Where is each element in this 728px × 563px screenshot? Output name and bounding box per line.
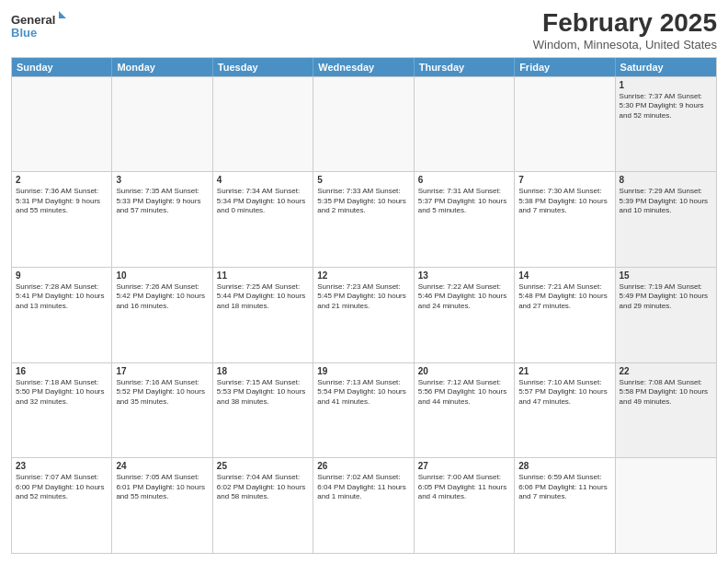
calendar-cell: 21Sunrise: 7:10 AM Sunset: 5:57 PM Dayli… xyxy=(515,363,615,458)
day-info: Sunrise: 7:26 AM Sunset: 5:42 PM Dayligh… xyxy=(116,282,208,311)
day-info: Sunrise: 7:21 AM Sunset: 5:48 PM Dayligh… xyxy=(518,282,610,311)
calendar-cell: 24Sunrise: 7:05 AM Sunset: 6:01 PM Dayli… xyxy=(112,458,212,553)
calendar-cell: 1Sunrise: 7:37 AM Sunset: 5:30 PM Daylig… xyxy=(616,77,716,172)
calendar-cell: 20Sunrise: 7:12 AM Sunset: 5:56 PM Dayli… xyxy=(415,363,515,458)
calendar-cell: 11Sunrise: 7:25 AM Sunset: 5:44 PM Dayli… xyxy=(213,268,313,362)
weekday-header-friday: Friday xyxy=(515,58,615,76)
calendar-cell: 6Sunrise: 7:31 AM Sunset: 5:37 PM Daylig… xyxy=(415,172,515,267)
day-number: 3 xyxy=(116,175,208,185)
calendar-cell xyxy=(12,77,112,172)
calendar-cell: 26Sunrise: 7:02 AM Sunset: 6:04 PM Dayli… xyxy=(313,458,414,553)
calendar-row-4: 23Sunrise: 7:07 AM Sunset: 6:00 PM Dayli… xyxy=(12,457,716,553)
day-number: 2 xyxy=(16,175,108,185)
weekday-header-sunday: Sunday xyxy=(12,58,112,76)
day-number: 1 xyxy=(620,80,712,90)
day-info: Sunrise: 7:13 AM Sunset: 5:54 PM Dayligh… xyxy=(317,378,409,407)
calendar-cell: 15Sunrise: 7:19 AM Sunset: 5:49 PM Dayli… xyxy=(616,268,716,362)
calendar-cell: 22Sunrise: 7:08 AM Sunset: 5:58 PM Dayli… xyxy=(616,363,716,458)
day-number: 10 xyxy=(116,270,208,281)
day-number: 28 xyxy=(518,461,610,471)
calendar-cell: 10Sunrise: 7:26 AM Sunset: 5:42 PM Dayli… xyxy=(112,268,212,362)
weekday-header-wednesday: Wednesday xyxy=(313,58,414,76)
day-number: 23 xyxy=(16,461,108,471)
calendar-body: 1Sunrise: 7:37 AM Sunset: 5:30 PM Daylig… xyxy=(12,76,716,553)
day-number: 19 xyxy=(317,366,409,376)
calendar-row-3: 16Sunrise: 7:18 AM Sunset: 5:50 PM Dayli… xyxy=(12,362,716,458)
calendar-cell: 14Sunrise: 7:21 AM Sunset: 5:48 PM Dayli… xyxy=(515,268,615,362)
day-number: 7 xyxy=(518,175,610,185)
day-info: Sunrise: 7:04 AM Sunset: 6:02 PM Dayligh… xyxy=(217,473,309,501)
day-number: 16 xyxy=(16,366,108,376)
day-info: Sunrise: 7:33 AM Sunset: 5:35 PM Dayligh… xyxy=(317,187,409,215)
svg-text:General: General xyxy=(11,13,55,27)
calendar-cell: 13Sunrise: 7:22 AM Sunset: 5:46 PM Dayli… xyxy=(415,268,515,362)
calendar-cell: 17Sunrise: 7:16 AM Sunset: 5:52 PM Dayli… xyxy=(112,363,212,458)
day-info: Sunrise: 7:12 AM Sunset: 5:56 PM Dayligh… xyxy=(418,378,510,407)
day-info: Sunrise: 7:00 AM Sunset: 6:05 PM Dayligh… xyxy=(418,473,510,501)
day-info: Sunrise: 7:15 AM Sunset: 5:53 PM Dayligh… xyxy=(217,378,309,407)
day-info: Sunrise: 7:37 AM Sunset: 5:30 PM Dayligh… xyxy=(620,92,712,121)
page: General Blue February 2025 Windom, Minne… xyxy=(0,0,728,563)
weekday-header-tuesday: Tuesday xyxy=(213,58,313,76)
calendar-cell: 4Sunrise: 7:34 AM Sunset: 5:34 PM Daylig… xyxy=(213,172,313,267)
day-info: Sunrise: 7:19 AM Sunset: 5:49 PM Dayligh… xyxy=(620,282,712,311)
day-info: Sunrise: 7:35 AM Sunset: 5:33 PM Dayligh… xyxy=(116,187,208,215)
calendar-cell: 23Sunrise: 7:07 AM Sunset: 6:00 PM Dayli… xyxy=(12,458,112,553)
day-number: 24 xyxy=(116,461,208,471)
calendar-cell xyxy=(415,77,515,172)
svg-text:Blue: Blue xyxy=(11,26,37,40)
day-number: 11 xyxy=(217,270,309,281)
weekday-header-monday: Monday xyxy=(112,58,212,76)
calendar-cell: 16Sunrise: 7:18 AM Sunset: 5:50 PM Dayli… xyxy=(12,363,112,458)
calendar-cell: 7Sunrise: 7:30 AM Sunset: 5:38 PM Daylig… xyxy=(515,172,615,267)
calendar-cell: 25Sunrise: 7:04 AM Sunset: 6:02 PM Dayli… xyxy=(213,458,313,553)
day-number: 4 xyxy=(217,175,309,185)
calendar-cell: 5Sunrise: 7:33 AM Sunset: 5:35 PM Daylig… xyxy=(313,172,414,267)
calendar-row-0: 1Sunrise: 7:37 AM Sunset: 5:30 PM Daylig… xyxy=(12,76,716,172)
day-number: 27 xyxy=(418,461,510,471)
logo-svg: General Blue xyxy=(11,9,66,42)
weekday-header-saturday: Saturday xyxy=(616,58,716,76)
day-number: 8 xyxy=(620,175,712,185)
day-number: 15 xyxy=(620,270,712,281)
calendar-cell: 28Sunrise: 6:59 AM Sunset: 6:06 PM Dayli… xyxy=(515,458,615,553)
day-number: 13 xyxy=(418,270,510,281)
day-number: 17 xyxy=(116,366,208,376)
calendar-cell xyxy=(213,77,313,172)
day-number: 18 xyxy=(217,366,309,376)
day-info: Sunrise: 7:18 AM Sunset: 5:50 PM Dayligh… xyxy=(16,378,108,407)
day-number: 6 xyxy=(418,175,510,185)
calendar-header: SundayMondayTuesdayWednesdayThursdayFrid… xyxy=(12,58,716,76)
day-info: Sunrise: 7:10 AM Sunset: 5:57 PM Dayligh… xyxy=(518,378,610,407)
day-info: Sunrise: 7:31 AM Sunset: 5:37 PM Dayligh… xyxy=(418,187,510,215)
calendar-cell: 3Sunrise: 7:35 AM Sunset: 5:33 PM Daylig… xyxy=(112,172,212,267)
calendar-cell: 12Sunrise: 7:23 AM Sunset: 5:45 PM Dayli… xyxy=(313,268,414,362)
day-number: 14 xyxy=(518,270,610,281)
calendar-cell: 9Sunrise: 7:28 AM Sunset: 5:41 PM Daylig… xyxy=(12,268,112,362)
calendar-cell: 27Sunrise: 7:00 AM Sunset: 6:05 PM Dayli… xyxy=(415,458,515,553)
month-title: February 2025 xyxy=(533,9,717,38)
day-number: 22 xyxy=(620,366,712,376)
calendar-cell: 2Sunrise: 7:36 AM Sunset: 5:31 PM Daylig… xyxy=(12,172,112,267)
day-info: Sunrise: 7:25 AM Sunset: 5:44 PM Dayligh… xyxy=(217,282,309,311)
day-info: Sunrise: 7:22 AM Sunset: 5:46 PM Dayligh… xyxy=(418,282,510,311)
svg-marker-2 xyxy=(59,11,66,18)
day-info: Sunrise: 7:36 AM Sunset: 5:31 PM Dayligh… xyxy=(16,187,108,215)
day-info: Sunrise: 7:34 AM Sunset: 5:34 PM Dayligh… xyxy=(217,187,309,215)
day-info: Sunrise: 7:05 AM Sunset: 6:01 PM Dayligh… xyxy=(116,473,208,501)
day-number: 9 xyxy=(16,270,108,281)
day-info: Sunrise: 7:08 AM Sunset: 5:58 PM Dayligh… xyxy=(620,378,712,407)
calendar-cell: 19Sunrise: 7:13 AM Sunset: 5:54 PM Dayli… xyxy=(313,363,414,458)
calendar-cell: 8Sunrise: 7:29 AM Sunset: 5:39 PM Daylig… xyxy=(616,172,716,267)
day-info: Sunrise: 7:02 AM Sunset: 6:04 PM Dayligh… xyxy=(317,473,409,501)
calendar-cell: 18Sunrise: 7:15 AM Sunset: 5:53 PM Dayli… xyxy=(213,363,313,458)
calendar-cell xyxy=(112,77,212,172)
calendar-row-2: 9Sunrise: 7:28 AM Sunset: 5:41 PM Daylig… xyxy=(12,267,716,362)
day-number: 5 xyxy=(317,175,409,185)
calendar-cell xyxy=(313,77,414,172)
day-number: 26 xyxy=(317,461,409,471)
header: General Blue February 2025 Windom, Minne… xyxy=(11,9,717,52)
calendar: SundayMondayTuesdayWednesdayThursdayFrid… xyxy=(11,57,717,554)
day-info: Sunrise: 7:07 AM Sunset: 6:00 PM Dayligh… xyxy=(16,473,108,501)
day-info: Sunrise: 7:16 AM Sunset: 5:52 PM Dayligh… xyxy=(116,378,208,407)
